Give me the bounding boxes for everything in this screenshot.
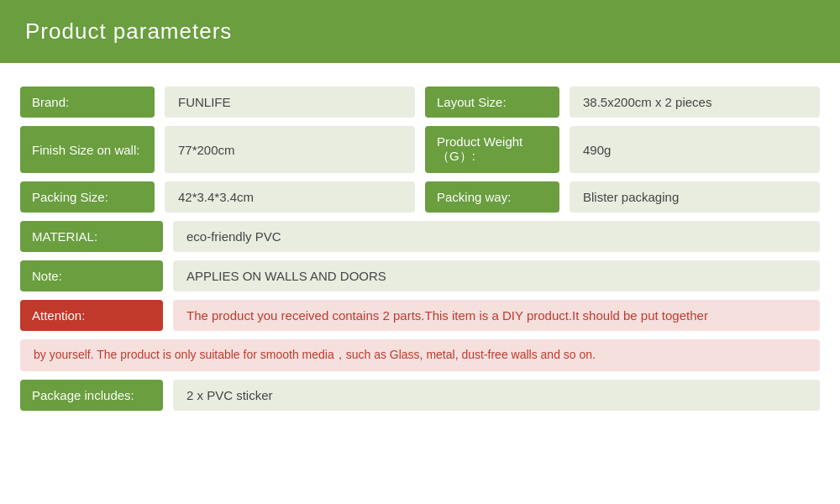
attention-value: The product you received contains 2 part…: [173, 300, 820, 331]
row-finish: Finish Size on wall: 77*200cm Product We…: [20, 126, 820, 173]
packingway-label: Packing way:: [425, 181, 559, 213]
page-title: Product parameters: [25, 18, 232, 44]
packingway-pair: Packing way: Blister packaging: [425, 181, 820, 213]
packingsize-value: 42*3.4*3.4cm: [165, 181, 415, 213]
packingsize-pair: Packing Size: 42*3.4*3.4cm: [20, 181, 415, 213]
layout-value: 38.5x200cm x 2 pieces: [570, 87, 820, 118]
note-value: APPLIES ON WALLS AND DOORS: [173, 260, 820, 291]
brand-pair: Brand: FUNLIFE: [20, 87, 415, 118]
finish-value: 77*200cm: [165, 126, 415, 173]
brand-label: Brand:: [20, 87, 155, 118]
weight-value: 490g: [570, 126, 820, 173]
attention-label: Attention:: [20, 300, 163, 331]
weight-label: Product Weight（G）:: [425, 126, 559, 173]
params-grid: Brand: FUNLIFE Layout Size: 38.5x200cm x…: [20, 87, 820, 411]
layout-label: Layout Size:: [425, 87, 559, 118]
finish-pair: Finish Size on wall: 77*200cm: [20, 126, 415, 173]
row-package: Package includes: 2 x PVC sticker: [20, 380, 820, 411]
row-material: MATERIAL: eco-friendly PVC: [20, 221, 820, 252]
content: Brand: FUNLIFE Layout Size: 38.5x200cm x…: [0, 63, 840, 428]
package-label: Package includes:: [20, 380, 163, 411]
row-brand: Brand: FUNLIFE Layout Size: 38.5x200cm x…: [20, 87, 820, 118]
packingsize-label: Packing Size:: [20, 181, 155, 213]
material-value: eco-friendly PVC: [173, 221, 820, 252]
layout-pair: Layout Size: 38.5x200cm x 2 pieces: [425, 87, 820, 118]
packingway-value: Blister packaging: [570, 181, 820, 213]
material-label: MATERIAL:: [20, 221, 163, 252]
weight-pair: Product Weight（G）: 490g: [425, 126, 820, 173]
row-packing: Packing Size: 42*3.4*3.4cm Packing way: …: [20, 181, 820, 213]
row-attention: Attention: The product you received cont…: [20, 300, 820, 331]
row-note: Note: APPLIES ON WALLS AND DOORS: [20, 260, 820, 291]
package-value: 2 x PVC sticker: [173, 380, 820, 411]
row-attention-cont: by yourself. The product is only suitabl…: [20, 339, 820, 371]
header: Product parameters: [0, 0, 840, 63]
attention-cont-value: by yourself. The product is only suitabl…: [20, 339, 820, 371]
brand-value: FUNLIFE: [165, 87, 415, 118]
finish-label: Finish Size on wall:: [20, 126, 155, 173]
note-label: Note:: [20, 260, 163, 291]
